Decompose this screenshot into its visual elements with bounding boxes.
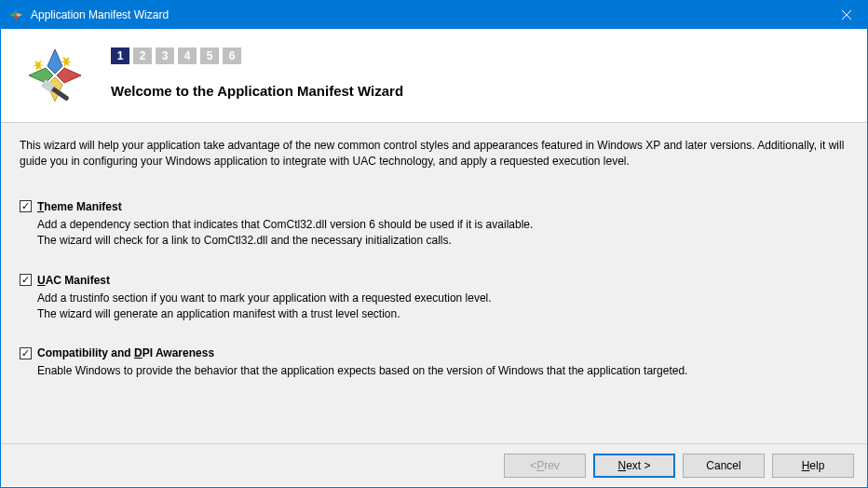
help-button[interactable]: Help [772, 454, 854, 478]
wizard-header: 123456 Welcome to the Application Manife… [1, 29, 867, 123]
option-checkbox[interactable] [20, 347, 32, 359]
step-indicator: 123456 [111, 47, 848, 64]
option-label[interactable]: Compatibility and DPI Awareness [37, 346, 214, 359]
option-description: Add a dependency section that indicates … [37, 217, 848, 250]
option-header: Compatibility and DPI Awareness [20, 346, 848, 359]
close-icon [842, 10, 851, 20]
step-1: 1 [111, 47, 129, 64]
wizard-icon [25, 46, 85, 105]
close-button[interactable] [825, 1, 867, 29]
option-header: UAC Manifest [20, 274, 848, 287]
next-button[interactable]: Next > [593, 454, 675, 478]
svg-marker-6 [47, 49, 62, 74]
wizard-content: This wizard will help your application t… [1, 123, 867, 443]
page-title: Welcome to the Application Manifest Wiza… [111, 83, 848, 99]
option-checkbox[interactable] [20, 274, 32, 286]
option-block: Compatibility and DPI AwarenessEnable Wi… [20, 346, 848, 379]
step-4: 4 [178, 47, 197, 64]
titlebar: Application Manifest Wizard [1, 1, 867, 29]
option-description: Enable Windows to provide the behavior t… [37, 363, 848, 379]
option-block: Theme ManifestAdd a dependency section t… [20, 200, 848, 250]
cancel-button[interactable]: Cancel [683, 454, 765, 478]
svg-marker-9 [29, 68, 53, 83]
titlebar-title: Application Manifest Wizard [31, 8, 825, 21]
step-3: 3 [156, 47, 174, 64]
button-bar: < Prev Next > Cancel Help [1, 443, 867, 486]
option-checkbox[interactable] [20, 200, 32, 212]
option-block: UAC ManifestAdd a trustinfo section if y… [20, 274, 848, 323]
intro-text: This wizard will help your application t… [20, 138, 848, 170]
step-6: 6 [223, 47, 241, 64]
option-description: Add a trustinfo section if you want to m… [37, 291, 848, 323]
svg-marker-7 [57, 68, 81, 83]
prev-button[interactable]: < Prev [504, 454, 586, 478]
app-icon [8, 7, 23, 22]
option-label[interactable]: Theme Manifest [37, 200, 122, 213]
step-5: 5 [200, 47, 219, 64]
option-label[interactable]: UAC Manifest [37, 274, 110, 287]
option-header: Theme Manifest [20, 200, 848, 213]
step-2: 2 [133, 47, 152, 64]
